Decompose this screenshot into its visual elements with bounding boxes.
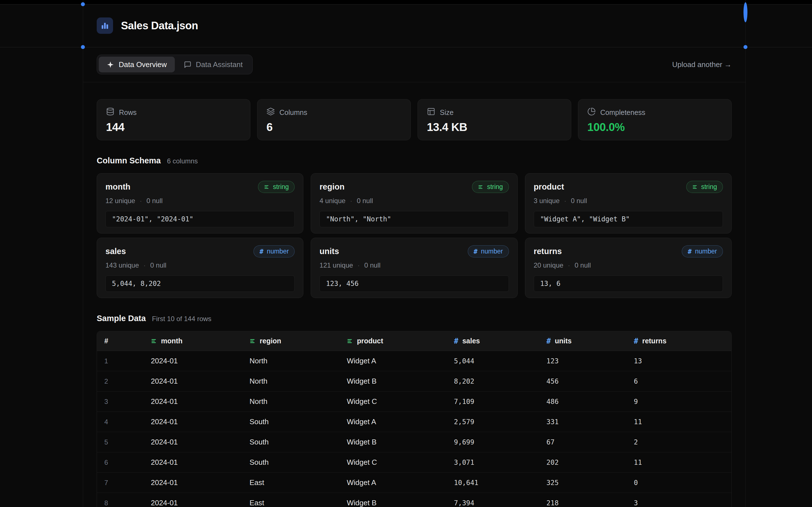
number-type-icon: # <box>688 248 692 255</box>
stat-value: 6 <box>266 121 402 133</box>
table-row: 12024-01NorthWidget A5,04412313 <box>97 351 731 371</box>
cell-sales: 2,579 <box>447 418 539 426</box>
cell-product: Widget A <box>340 478 447 487</box>
type-badge-label: string <box>273 183 289 191</box>
string-type-icon <box>478 184 484 190</box>
column-header-label: # <box>104 337 108 345</box>
cell-index: 1 <box>97 357 144 365</box>
cell-returns: 2 <box>626 438 731 446</box>
unique-count: 12 unique <box>105 197 135 205</box>
schema-section-title: Column Schema <box>97 156 161 165</box>
stat-card-rows: Rows 144 <box>97 99 250 140</box>
dot-separator: · <box>564 197 566 205</box>
cell-returns: 11 <box>626 459 731 466</box>
table-row: 62024-01SouthWidget C3,07120211 <box>97 452 731 473</box>
dot-separator: · <box>568 262 570 269</box>
guide-line-left <box>83 0 83 507</box>
cell-returns: 11 <box>626 418 731 426</box>
schema-card: product # string 3 unique · 0 null "Widg… <box>525 173 732 233</box>
dot-separator: · <box>357 262 360 269</box>
cell-region: South <box>242 438 340 446</box>
cell-sales: 7,109 <box>447 398 539 406</box>
column-header-label: units <box>555 337 572 345</box>
selection-handle-bottom-left[interactable] <box>81 45 85 49</box>
type-badge: # number <box>253 245 295 258</box>
selection-handle-bottom-right[interactable] <box>744 45 748 49</box>
stat-card-columns: Columns 6 <box>257 99 411 140</box>
cell-region: South <box>242 417 340 426</box>
column-header-label: returns <box>642 337 666 345</box>
upload-another-link[interactable]: Upload another → <box>672 60 732 69</box>
cell-region: East <box>242 478 340 487</box>
sample-values: "Widget A", "Widget B" <box>534 211 723 227</box>
unique-count: 121 unique <box>319 262 353 269</box>
table-row: 42024-01SouthWidget A2,57933111 <box>97 412 731 432</box>
type-badge: # string <box>472 181 509 193</box>
top-strip <box>0 0 812 4</box>
column-header-returns: #returns <box>626 337 731 345</box>
cell-region: South <box>242 458 340 467</box>
cell-region: North <box>242 377 340 386</box>
tab-data-overview[interactable]: Data Overview <box>99 57 175 72</box>
table-header-row: #monthregionproduct#sales#units#returns <box>97 331 731 351</box>
string-type-icon <box>692 184 698 190</box>
column-header-index: # <box>97 337 144 345</box>
cell-index: 3 <box>97 398 144 406</box>
sample-section-title: Sample Data <box>97 314 146 323</box>
page-title: Sales Data.json <box>121 20 198 32</box>
cell-returns: 3 <box>626 499 731 507</box>
null-count: 0 null <box>364 262 380 269</box>
null-count: 0 null <box>357 197 373 205</box>
sample-values: 123, 456 <box>319 276 509 292</box>
cell-sales: 10,641 <box>447 479 539 487</box>
cell-units: 202 <box>539 459 626 466</box>
guide-line-bottom <box>0 47 812 47</box>
type-badge: # string <box>686 181 723 193</box>
schema-column-name: month <box>105 182 131 191</box>
cell-month: 2024-01 <box>144 356 242 365</box>
schema-grid: month # string 12 unique · 0 null "2024-… <box>83 173 746 298</box>
guide-line-right <box>746 0 746 507</box>
schema-card: month # string 12 unique · 0 null "2024-… <box>97 173 303 233</box>
dot-separator: · <box>144 262 146 269</box>
sparkle-icon <box>107 61 114 68</box>
string-type-icon <box>151 338 157 344</box>
table-row: 72024-01EastWidget A10,6413250 <box>97 473 731 493</box>
dot-separator: · <box>140 197 142 205</box>
null-count: 0 null <box>574 262 591 269</box>
column-header-month: month <box>144 337 242 345</box>
chat-icon <box>184 61 192 68</box>
number-type-icon: # <box>259 248 263 255</box>
cell-units: 67 <box>539 438 626 446</box>
column-header-label: region <box>260 337 281 345</box>
schema-meta: 3 unique · 0 null <box>534 197 723 205</box>
title-bar: Sales Data.json <box>83 4 746 47</box>
selection-handle-top-right[interactable] <box>744 2 748 22</box>
cell-index: 6 <box>97 459 144 466</box>
pie-chart-icon <box>587 107 596 117</box>
stat-card-size: Size 13.4 KB <box>417 99 571 140</box>
column-header-sales: #sales <box>447 337 539 345</box>
type-badge-label: string <box>701 183 717 191</box>
tab-label: Data Overview <box>119 60 167 69</box>
dot-separator: · <box>350 197 352 205</box>
column-header-label: month <box>161 337 183 345</box>
cell-index: 8 <box>97 499 144 507</box>
tab-data-assistant[interactable]: Data Assistant <box>176 57 251 72</box>
schema-meta: 143 unique · 0 null <box>105 262 295 269</box>
schema-card: units # number 121 unique · 0 null 123, … <box>311 238 517 298</box>
number-type-icon: # <box>634 337 638 345</box>
cell-sales: 8,202 <box>447 378 539 385</box>
cell-units: 218 <box>539 499 626 507</box>
type-badge-label: number <box>267 247 289 255</box>
unique-count: 20 unique <box>534 262 563 269</box>
schema-column-name: sales <box>105 247 126 256</box>
schema-card: sales # number 143 unique · 0 null 5,044… <box>97 238 303 298</box>
cell-sales: 9,699 <box>447 438 539 446</box>
selection-handle-top-left[interactable] <box>81 2 85 6</box>
schema-card: returns # number 20 unique · 0 null 13, … <box>525 238 732 298</box>
string-type-icon <box>264 184 269 190</box>
schema-meta: 121 unique · 0 null <box>319 262 509 269</box>
sample-values: "North", "North" <box>319 211 509 227</box>
cell-sales: 3,071 <box>447 459 539 466</box>
